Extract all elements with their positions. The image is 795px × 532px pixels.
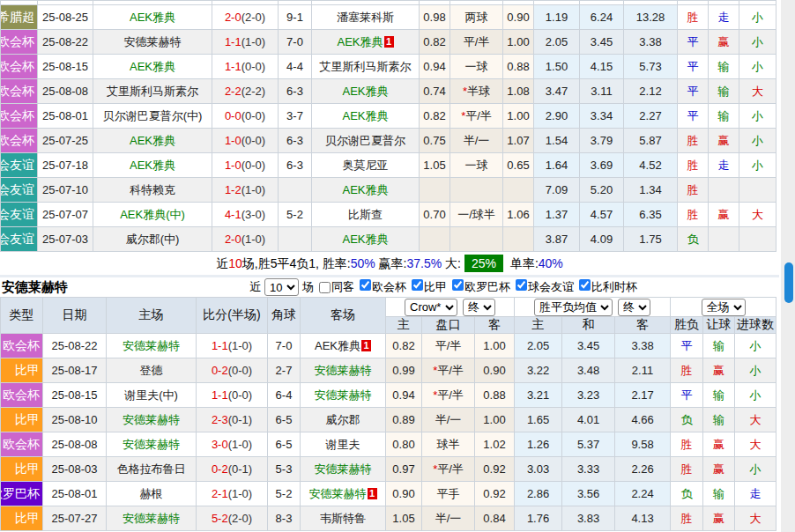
avg-home-odds: 1.26 — [515, 432, 562, 457]
score: 1-1(1-0) — [197, 334, 268, 358]
crow-home-odds: 0.99 — [386, 358, 422, 383]
league-filter-group: 欧会杯比甲欧罗巴杯球会友谊比利时杯 — [354, 279, 637, 295]
sub-header-handicap: 盘口 — [422, 317, 475, 334]
team-name: AEK雅典 — [337, 35, 383, 48]
crow-away-odds: 0.84 — [475, 506, 515, 531]
match-history-page: 希腊超25-08-25AEK雅典2-0(2-0)9-1潘塞莱科斯0.98两球0.… — [0, 0, 795, 532]
result-goals: 小 — [739, 153, 776, 178]
col-header-away: 客场 — [301, 298, 386, 334]
handicap: 平手 — [422, 482, 475, 506]
corners: 6-3 — [279, 79, 312, 104]
result-wdl: 负 — [671, 408, 703, 432]
result-wdl: 胜 — [671, 358, 703, 383]
avg-home-odds: 1.76 — [515, 506, 562, 531]
crow-away-odds: 0.88 — [475, 383, 515, 408]
team-name: 威尔郡 — [326, 413, 360, 426]
away-team: 比斯查 — [312, 203, 420, 227]
match-date: 25-08-10 — [43, 408, 107, 432]
score: 0-0(0-0) — [212, 104, 279, 129]
avg-away-odds: 2.11 — [615, 358, 671, 383]
league-filter-checkbox[interactable] — [452, 279, 464, 291]
same-opponent-checkbox[interactable] — [319, 282, 331, 293]
league-filter-checkbox[interactable] — [516, 279, 527, 291]
sub-header-avg-draw: 和 — [562, 317, 615, 334]
result-goals: 大 — [735, 506, 776, 531]
match-date: 25-08-15 — [43, 383, 107, 408]
result-handicap: 输 — [709, 104, 739, 129]
recent-count-select[interactable]: 10 — [264, 278, 299, 296]
result-goals: 小 — [739, 5, 776, 30]
match-date: 25-08-17 — [43, 358, 107, 383]
away-team: 潘塞莱科斯 — [312, 5, 420, 30]
score: 1-0(0-0) — [212, 153, 279, 178]
odds-provider-select[interactable]: Crow* — [405, 299, 457, 316]
avg-odds-select[interactable]: 胜平负均值 — [534, 299, 613, 316]
match-date: 25-07-10 — [38, 178, 93, 203]
league-badge: 欧会杯 — [1, 432, 43, 457]
league-filter-checkbox[interactable] — [360, 279, 371, 291]
score: 1-1(0-0) — [197, 383, 268, 408]
avg-home-odds: 1.54 — [534, 129, 580, 153]
result-goals: 走 — [735, 482, 776, 506]
corners — [279, 227, 312, 252]
avg-away-odds: 5.87 — [624, 129, 678, 153]
score: 2-2(2-2) — [212, 79, 279, 104]
score: 0-2(0-0) — [197, 358, 268, 383]
section-title: 安德莱赫特 — [0, 279, 249, 296]
avg-home-odds: 1.65 — [515, 408, 562, 432]
result-goals: 小 — [735, 358, 776, 383]
team-name: 安德莱赫特 — [315, 462, 372, 476]
handicap: 平/半 — [450, 30, 503, 55]
handicap: 平/半 — [422, 334, 475, 358]
result-wdl: 胜 — [678, 129, 709, 153]
result-wdl: 平 — [678, 79, 709, 104]
filter-controls: 近 10 场 同客 欧会杯比甲欧罗巴杯球会友谊比利时杯 — [249, 278, 637, 296]
score: 2-3(0-1) — [197, 408, 268, 432]
home-team: AEK雅典 — [93, 55, 212, 79]
crow-away-odds: 1.07 — [503, 129, 534, 153]
team-name: AEK雅典 — [130, 134, 175, 147]
away-team: 谢里夫 — [301, 432, 386, 457]
result-wdl: 胜 — [678, 203, 709, 227]
score: 2-0(2-0) — [212, 5, 279, 30]
handicap: 一球 — [450, 153, 503, 178]
league-filter-label: 欧会杯 — [372, 280, 406, 293]
handicap: *平/半 — [422, 358, 475, 383]
league-filter-label: 比利时杯 — [591, 280, 637, 293]
crow-home-odds: 0.94 — [386, 383, 422, 408]
home-team: 安德莱赫特 — [107, 334, 197, 358]
result-handicap: 输 — [709, 79, 739, 104]
match-date: 25-08-01 — [38, 104, 93, 129]
odds-time-select[interactable]: 终 — [463, 299, 495, 316]
match-row: 希腊超25-08-25AEK雅典2-0(2-0)9-1潘塞莱科斯0.98两球0.… — [1, 5, 776, 30]
col-header-date: 日期 — [43, 298, 107, 334]
result-wdl: 平 — [678, 55, 709, 79]
team-name: AEK雅典 — [342, 233, 388, 246]
scrollbar-thumb[interactable] — [784, 262, 793, 303]
team-name: 赫根 — [140, 487, 163, 500]
match-date: 25-08-22 — [43, 334, 107, 358]
result-wdl: 负 — [678, 227, 709, 252]
away-team: AEK雅典1 — [312, 30, 420, 55]
league-badge: 球会友谊 — [1, 153, 38, 178]
crow-away-odds — [503, 227, 534, 252]
aek-summary-line: 近10场,胜5平4负1, 胜率:50% 赢率:37.5% 大:25% 单率:40… — [0, 253, 779, 274]
crow-home-odds: 0.90 — [386, 482, 422, 506]
scope-select[interactable]: 全场 — [702, 299, 746, 316]
crow-home-odds — [420, 227, 450, 252]
avg-draw-odds: 3.79 — [580, 129, 624, 153]
avg-time-select[interactable]: 终 — [618, 299, 650, 316]
team-name: 安德莱赫特 — [123, 339, 180, 352]
away-team: 贝尔谢巴夏普尔 — [312, 129, 420, 153]
result-wdl: 负 — [671, 482, 703, 506]
crow-home-odds: 0.82 — [386, 334, 422, 358]
league-filter-checkbox[interactable] — [579, 279, 591, 291]
result-goals: 大 — [735, 432, 776, 457]
away-team: AEK雅典 — [312, 79, 420, 104]
avg-away-odds: 2.12 — [624, 79, 678, 104]
team-name: 科特赖克 — [130, 183, 175, 196]
avg-draw-odds: 3.11 — [580, 79, 624, 104]
scrollbar-track[interactable] — [781, 0, 795, 532]
avg-away-odds: 3.38 — [615, 334, 671, 358]
league-filter-checkbox[interactable] — [412, 279, 423, 291]
